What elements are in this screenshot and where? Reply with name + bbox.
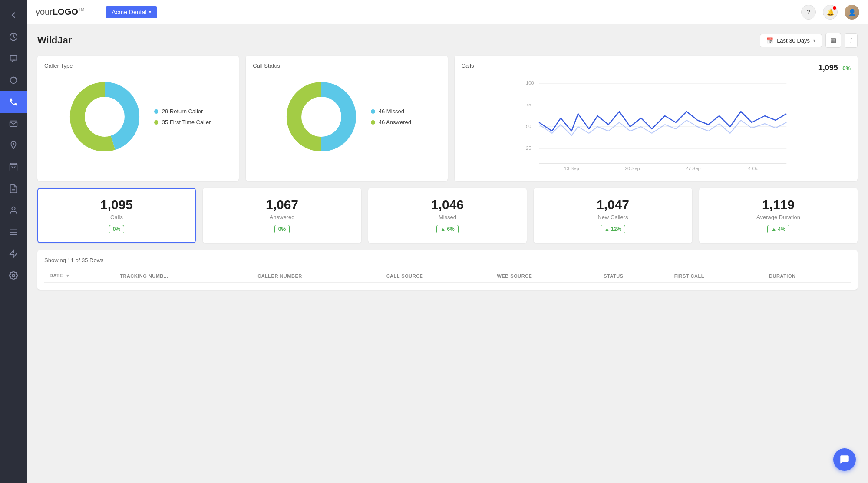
help-button[interactable]: ? bbox=[801, 5, 816, 20]
sidebar-item-back[interactable] bbox=[0, 4, 27, 26]
sidebar-item-mail[interactable] bbox=[0, 113, 27, 135]
stat-value-calls: 1,095 bbox=[45, 197, 188, 212]
avatar[interactable]: 👤 bbox=[845, 5, 859, 20]
stat-badge-missed: ▲ 6% bbox=[436, 225, 459, 233]
stat-label-avg-duration: Average Duration bbox=[707, 214, 850, 220]
first-time-caller-label: 35 First Time Caller bbox=[162, 119, 211, 125]
logo: yourLOGOTM bbox=[36, 7, 84, 17]
logo-divider bbox=[95, 6, 95, 19]
stat-card-calls[interactable]: 1,095 Calls 0% bbox=[37, 188, 196, 243]
call-status-card: Call Status 46 Missed bbox=[246, 56, 447, 181]
client-selector-button[interactable]: Acme Dental bbox=[106, 6, 157, 18]
call-status-title: Call Status bbox=[253, 62, 440, 69]
main-content: yourLOGOTM Acme Dental ? 🔔 👤 WildJar bbox=[27, 0, 868, 483]
avatar-initials: 👤 bbox=[848, 9, 856, 16]
legend-missed: 46 Missed bbox=[371, 108, 411, 115]
svg-text:4 Oct: 4 Oct bbox=[748, 166, 759, 171]
page-header-actions: 📅 Last 30 Days ▦ ⤴ bbox=[760, 33, 858, 48]
col-web-source: WEB SOURCE bbox=[492, 269, 599, 283]
sort-arrow-date: ▾ bbox=[66, 273, 69, 278]
share-icon: ⤴ bbox=[849, 37, 853, 44]
stat-card-avg-duration[interactable]: 1,119 Average Duration ▲ 4% bbox=[699, 188, 858, 243]
stat-badge-new-callers: ▲ 12% bbox=[601, 225, 625, 233]
col-call-source: CALL SOURCE bbox=[381, 269, 492, 283]
svg-point-15 bbox=[85, 97, 124, 136]
missed-label: 46 Missed bbox=[379, 108, 404, 115]
sidebar-item-dashboard[interactable] bbox=[0, 26, 27, 48]
svg-text:25: 25 bbox=[526, 145, 531, 151]
chart-icon: ▦ bbox=[830, 36, 836, 44]
call-status-donut-container: 46 Missed 46 Answered bbox=[253, 73, 440, 160]
sidebar-item-phone[interactable] bbox=[0, 91, 27, 113]
call-status-donut-svg bbox=[282, 78, 360, 156]
col-caller-number: CALLER NUMBER bbox=[252, 269, 381, 283]
return-caller-label: 29 Return Caller bbox=[162, 108, 203, 115]
col-status: STATUS bbox=[598, 269, 669, 283]
table-info: Showing 11 of 35 Rows bbox=[44, 257, 851, 263]
svg-point-3 bbox=[13, 143, 14, 145]
first-time-caller-dot bbox=[154, 120, 158, 125]
svg-point-7 bbox=[12, 207, 15, 210]
sidebar-item-chat[interactable] bbox=[0, 48, 27, 69]
chat-fab-icon bbox=[839, 454, 850, 465]
sidebar-item-cart[interactable] bbox=[0, 156, 27, 178]
svg-marker-11 bbox=[10, 250, 17, 258]
date-range-button[interactable]: 📅 Last 30 Days bbox=[760, 34, 822, 47]
caller-type-title: Caller Type bbox=[44, 62, 232, 69]
svg-text:75: 75 bbox=[526, 102, 531, 107]
date-range-label: Last 30 Days bbox=[777, 37, 810, 44]
stat-label-new-callers: New Callers bbox=[541, 214, 684, 220]
svg-point-12 bbox=[12, 274, 15, 277]
page-title: WildJar bbox=[37, 35, 72, 46]
stat-value-new-callers: 1,047 bbox=[541, 197, 684, 212]
sidebar-item-location[interactable] bbox=[0, 135, 27, 156]
legend-return-caller: 29 Return Caller bbox=[154, 108, 211, 115]
topnav-right: ? 🔔 👤 bbox=[801, 5, 859, 20]
page-header: WildJar 📅 Last 30 Days ▦ ⤴ bbox=[37, 33, 858, 48]
calls-chart-title: Calls bbox=[462, 62, 474, 69]
legend-first-time-caller: 35 First Time Caller bbox=[154, 119, 211, 125]
page-area: WildJar 📅 Last 30 Days ▦ ⤴ Caller Type bbox=[27, 24, 868, 483]
sidebar-item-list[interactable] bbox=[0, 221, 27, 243]
svg-text:50: 50 bbox=[526, 124, 531, 129]
stats-row: 1,095 Calls 0% 1,067 Answered 0% 1,046 M… bbox=[37, 188, 858, 243]
stat-value-answered: 1,067 bbox=[211, 197, 353, 212]
stat-card-new-callers[interactable]: 1,047 New Callers ▲ 12% bbox=[534, 188, 692, 243]
sidebar-item-user[interactable] bbox=[0, 200, 27, 221]
calls-chart-summary: 1,095 0% bbox=[818, 63, 851, 72]
col-date[interactable]: DATE ▾ bbox=[44, 269, 115, 283]
svg-point-18 bbox=[302, 97, 341, 136]
chat-fab-button[interactable] bbox=[833, 448, 856, 471]
sidebar-item-analytics[interactable] bbox=[0, 69, 27, 91]
stat-label-answered: Answered bbox=[211, 214, 353, 220]
stat-card-missed[interactable]: 1,046 Missed ▲ 6% bbox=[368, 188, 527, 243]
caller-type-donut-svg bbox=[66, 78, 144, 156]
answered-dot bbox=[371, 120, 375, 125]
return-caller-dot bbox=[154, 109, 158, 114]
notifications-button[interactable]: 🔔 bbox=[823, 5, 838, 20]
stat-label-calls: Calls bbox=[45, 214, 188, 220]
notification-dot bbox=[833, 6, 836, 10]
col-tracking-number: TRACKING NUMB... bbox=[115, 269, 252, 283]
calls-line-chart-svg: 100 75 50 25 13 Sep 20 Sep 27 Sep 4 Oct bbox=[462, 77, 851, 172]
sidebar-item-plugin[interactable] bbox=[0, 243, 27, 265]
col-first-call: FIRST CALL bbox=[669, 269, 764, 283]
table-header: DATE ▾ TRACKING NUMB... CALLER NUMBER CA… bbox=[44, 269, 851, 283]
logo-tm: TM bbox=[78, 7, 84, 12]
caller-type-legend: 29 Return Caller 35 First Time Caller bbox=[154, 108, 211, 125]
caller-type-donut-container: 29 Return Caller 35 First Time Caller bbox=[44, 73, 232, 160]
stat-card-answered[interactable]: 1,067 Answered 0% bbox=[203, 188, 361, 243]
charts-row: Caller Type 29 Return Caller bbox=[37, 56, 858, 181]
sidebar-item-settings[interactable] bbox=[0, 265, 27, 286]
topnav: yourLOGOTM Acme Dental ? 🔔 👤 bbox=[27, 0, 868, 24]
share-button[interactable]: ⤴ bbox=[845, 33, 858, 48]
calls-chart-header: Calls 1,095 0% bbox=[462, 62, 851, 73]
table-section: Showing 11 of 35 Rows DATE ▾ TRACKING NU… bbox=[37, 250, 858, 290]
sidebar-item-report[interactable] bbox=[0, 178, 27, 200]
caller-type-card: Caller Type 29 Return Caller bbox=[37, 56, 239, 181]
stat-badge-answered: 0% bbox=[274, 225, 290, 233]
stat-value-missed: 1,046 bbox=[376, 197, 519, 212]
answered-label: 46 Answered bbox=[379, 119, 411, 125]
legend-answered: 46 Answered bbox=[371, 119, 411, 125]
chart-view-button[interactable]: ▦ bbox=[825, 33, 841, 48]
